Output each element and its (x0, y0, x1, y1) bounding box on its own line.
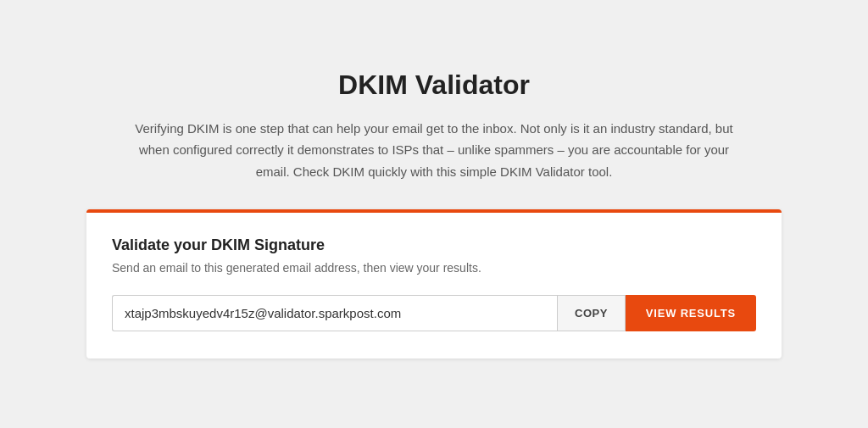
email-row: COPY VIEW RESULTS (112, 295, 756, 331)
email-input[interactable] (112, 295, 557, 331)
card-title: Validate your DKIM Signature (112, 236, 756, 254)
view-results-button[interactable]: VIEW RESULTS (626, 295, 756, 331)
dkim-card: Validate your DKIM Signature Send an ema… (86, 209, 782, 359)
page-container: DKIM Validator Verifying DKIM is one ste… (70, 36, 798, 393)
page-title: DKIM Validator (338, 69, 530, 101)
page-description: Verifying DKIM is one step that can help… (129, 118, 739, 183)
card-subtitle: Send an email to this generated email ad… (112, 261, 756, 275)
copy-button[interactable]: COPY (557, 295, 626, 331)
